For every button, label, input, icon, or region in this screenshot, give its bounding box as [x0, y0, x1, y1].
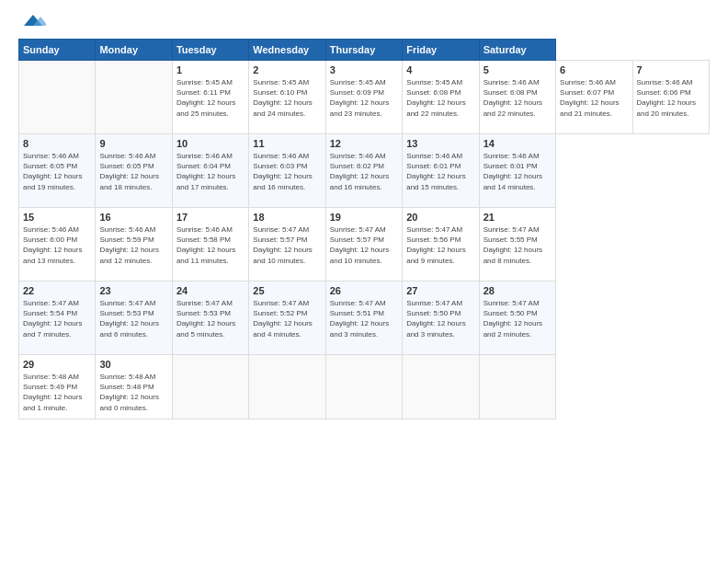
calendar-week-4: 22Sunrise: 5:47 AMSunset: 5:54 PMDayligh…: [19, 282, 710, 355]
calendar-cell: 19Sunrise: 5:47 AMSunset: 5:57 PMDayligh…: [325, 208, 402, 282]
day-info: Sunrise: 5:46 AMSunset: 6:03 PMDaylight:…: [253, 151, 321, 192]
day-info: Sunrise: 5:45 AMSunset: 6:09 PMDaylight:…: [330, 77, 398, 119]
calendar-cell: 9Sunrise: 5:46 AMSunset: 6:05 PMDaylight…: [96, 134, 172, 208]
day-info: Sunrise: 5:47 AMSunset: 5:57 PMDaylight:…: [330, 224, 398, 266]
calendar-week-2: 8Sunrise: 5:46 AMSunset: 6:05 PMDaylight…: [19, 134, 710, 208]
day-info: Sunrise: 5:45 AMSunset: 6:08 PMDaylight:…: [406, 77, 474, 119]
day-number: 24: [176, 285, 245, 296]
calendar-cell: 23Sunrise: 5:47 AMSunset: 5:53 PMDayligh…: [96, 282, 172, 355]
calendar-header-row: SundayMondayTuesdayWednesdayThursdayFrid…: [19, 40, 710, 61]
calendar-cell: 30Sunrise: 5:48 AMSunset: 5:48 PMDayligh…: [96, 355, 172, 419]
page: SundayMondayTuesdayWednesdayThursdayFrid…: [0, 0, 728, 563]
day-number: 27: [406, 285, 474, 296]
day-info: Sunrise: 5:46 AMSunset: 6:05 PMDaylight:…: [99, 151, 167, 192]
header: [18, 15, 710, 29]
day-info: Sunrise: 5:47 AMSunset: 5:52 PMDaylight:…: [253, 298, 321, 339]
day-info: Sunrise: 5:48 AMSunset: 5:48 PMDaylight:…: [99, 372, 167, 413]
day-number: 21: [483, 212, 552, 223]
calendar-cell: [325, 355, 402, 419]
day-info: Sunrise: 5:47 AMSunset: 5:55 PMDaylight:…: [483, 224, 552, 266]
calendar-cell: 21Sunrise: 5:47 AMSunset: 5:55 PMDayligh…: [479, 208, 555, 282]
day-number: 15: [23, 212, 91, 223]
day-header-wednesday: Wednesday: [249, 40, 325, 61]
logo: [18, 15, 46, 29]
calendar-cell: 5Sunrise: 5:46 AMSunset: 6:08 PMDaylight…: [479, 61, 555, 134]
day-header-friday: Friday: [403, 40, 479, 61]
calendar-cell: 17Sunrise: 5:46 AMSunset: 5:58 PMDayligh…: [172, 208, 248, 282]
day-info: Sunrise: 5:46 AMSunset: 6:05 PMDaylight:…: [23, 151, 91, 192]
day-number: 1: [176, 64, 245, 75]
day-info: Sunrise: 5:47 AMSunset: 5:53 PMDaylight:…: [99, 298, 167, 339]
day-info: Sunrise: 5:46 AMSunset: 5:59 PMDaylight:…: [99, 224, 167, 266]
day-header-thursday: Thursday: [325, 40, 402, 61]
calendar-cell: [249, 355, 325, 419]
day-info: Sunrise: 5:47 AMSunset: 5:51 PMDaylight:…: [330, 298, 398, 339]
day-info: Sunrise: 5:47 AMSunset: 5:50 PMDaylight:…: [406, 298, 474, 339]
day-info: Sunrise: 5:45 AMSunset: 6:10 PMDaylight:…: [253, 77, 321, 119]
day-number: 30: [99, 359, 167, 370]
day-number: 4: [406, 64, 474, 75]
calendar-cell: 1Sunrise: 5:45 AMSunset: 6:11 PMDaylight…: [172, 61, 248, 134]
day-info: Sunrise: 5:46 AMSunset: 5:58 PMDaylight:…: [176, 224, 245, 266]
day-number: 29: [23, 359, 91, 370]
day-info: Sunrise: 5:46 AMSunset: 6:01 PMDaylight:…: [483, 151, 552, 192]
calendar-cell: 29Sunrise: 5:48 AMSunset: 5:49 PMDayligh…: [19, 355, 96, 419]
calendar-week-5: 29Sunrise: 5:48 AMSunset: 5:49 PMDayligh…: [19, 355, 710, 419]
calendar-cell: [19, 61, 96, 134]
calendar-cell: [96, 61, 172, 134]
calendar-cell: 2Sunrise: 5:45 AMSunset: 6:10 PMDaylight…: [249, 61, 325, 134]
day-info: Sunrise: 5:46 AMSunset: 6:04 PMDaylight:…: [176, 151, 245, 192]
calendar-cell: 28Sunrise: 5:47 AMSunset: 5:50 PMDayligh…: [479, 282, 555, 355]
calendar-week-1: 1Sunrise: 5:45 AMSunset: 6:11 PMDaylight…: [19, 61, 710, 134]
day-number: 23: [99, 285, 167, 296]
calendar-cell: 13Sunrise: 5:46 AMSunset: 6:01 PMDayligh…: [403, 134, 479, 208]
day-number: 6: [560, 64, 628, 75]
calendar-cell: 14Sunrise: 5:46 AMSunset: 6:01 PMDayligh…: [479, 134, 555, 208]
day-number: 18: [253, 212, 321, 223]
day-number: 28: [483, 285, 552, 296]
day-number: 9: [99, 138, 167, 149]
day-number: 20: [406, 212, 474, 223]
calendar-cell: 20Sunrise: 5:47 AMSunset: 5:56 PMDayligh…: [403, 208, 479, 282]
day-info: Sunrise: 5:47 AMSunset: 5:57 PMDaylight:…: [253, 224, 321, 266]
calendar-cell: 6Sunrise: 5:46 AMSunset: 6:07 PMDaylight…: [556, 61, 632, 134]
day-number: 11: [253, 138, 321, 149]
day-number: 7: [637, 64, 706, 75]
day-number: 8: [23, 138, 91, 149]
calendar-cell: 25Sunrise: 5:47 AMSunset: 5:52 PMDayligh…: [249, 282, 325, 355]
day-header-tuesday: Tuesday: [172, 40, 248, 61]
day-number: 25: [253, 285, 321, 296]
day-info: Sunrise: 5:47 AMSunset: 5:54 PMDaylight:…: [23, 298, 91, 339]
day-header-sunday: Sunday: [19, 40, 96, 61]
calendar-cell: 8Sunrise: 5:46 AMSunset: 6:05 PMDaylight…: [19, 134, 96, 208]
day-number: 14: [483, 138, 552, 149]
day-number: 10: [176, 138, 245, 149]
day-number: 3: [330, 64, 398, 75]
calendar-cell: [403, 355, 479, 419]
day-number: 16: [99, 212, 167, 223]
day-number: 17: [176, 212, 245, 223]
calendar-table: SundayMondayTuesdayWednesdayThursdayFrid…: [18, 39, 710, 419]
calendar-cell: 22Sunrise: 5:47 AMSunset: 5:54 PMDayligh…: [19, 282, 96, 355]
calendar-cell: 7Sunrise: 5:46 AMSunset: 6:06 PMDaylight…: [632, 61, 710, 134]
calendar-cell: 15Sunrise: 5:46 AMSunset: 6:00 PMDayligh…: [19, 208, 96, 282]
day-info: Sunrise: 5:46 AMSunset: 6:06 PMDaylight:…: [637, 77, 706, 119]
day-info: Sunrise: 5:46 AMSunset: 6:01 PMDaylight:…: [406, 151, 474, 192]
calendar-cell: 3Sunrise: 5:45 AMSunset: 6:09 PMDaylight…: [325, 61, 402, 134]
day-number: 13: [406, 138, 474, 149]
day-header-monday: Monday: [96, 40, 172, 61]
day-number: 12: [330, 138, 398, 149]
day-header-saturday: Saturday: [479, 40, 555, 61]
day-info: Sunrise: 5:45 AMSunset: 6:11 PMDaylight:…: [176, 77, 245, 119]
day-number: 2: [253, 64, 321, 75]
day-info: Sunrise: 5:47 AMSunset: 5:53 PMDaylight:…: [176, 298, 245, 339]
logo-icon: [20, 13, 46, 29]
day-number: 5: [483, 64, 552, 75]
day-info: Sunrise: 5:46 AMSunset: 6:02 PMDaylight:…: [330, 151, 398, 192]
calendar-cell: 11Sunrise: 5:46 AMSunset: 6:03 PMDayligh…: [249, 134, 325, 208]
day-info: Sunrise: 5:47 AMSunset: 5:56 PMDaylight:…: [406, 224, 474, 266]
day-info: Sunrise: 5:46 AMSunset: 6:07 PMDaylight:…: [560, 77, 628, 119]
calendar-cell: 10Sunrise: 5:46 AMSunset: 6:04 PMDayligh…: [172, 134, 248, 208]
calendar-cell: 18Sunrise: 5:47 AMSunset: 5:57 PMDayligh…: [249, 208, 325, 282]
calendar-cell: [479, 355, 555, 419]
